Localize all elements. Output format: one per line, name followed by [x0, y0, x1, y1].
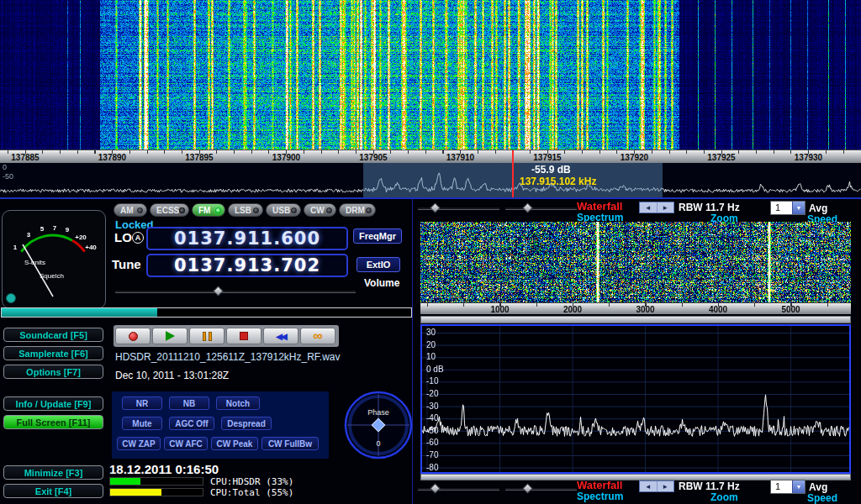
mode-label: USB: [272, 206, 290, 215]
play-icon: [166, 331, 175, 341]
audio-zoom-scrollbar[interactable]: [420, 316, 851, 323]
mode-led-icon: [179, 207, 185, 213]
smeter-tick: 7: [53, 224, 57, 232]
spectrum2-toggle-label[interactable]: Spectrum: [577, 491, 623, 502]
phase-value: 0: [376, 439, 380, 448]
fullscreen-button[interactable]: Full Screen [F11]: [3, 415, 103, 429]
waterfall2-contrast-slider-thumb[interactable]: [522, 483, 533, 494]
options-button[interactable]: Options [F7]: [3, 365, 103, 379]
spin-left-icon[interactable]: ◄: [640, 202, 658, 213]
waterfall-toggle-label[interactable]: Waterfall: [577, 200, 622, 213]
samplerate-button[interactable]: Samplerate [F6]: [3, 346, 103, 360]
zoom-spinner[interactable]: ◄ ►: [639, 202, 674, 213]
waterfall2-toggle-label[interactable]: Waterfall: [577, 479, 622, 491]
freq-tick-label: 137900: [272, 153, 300, 162]
record-button[interactable]: [115, 328, 151, 344]
rf-spectrum-display[interactable]: 0 -50 -55.9 dB 137.915.102 kHz: [0, 163, 861, 197]
spin-right-icon[interactable]: ►: [658, 481, 674, 491]
mode-usb-button[interactable]: USB: [266, 203, 301, 217]
smeter-units-label: S-units: [24, 259, 45, 266]
avg-dropdown[interactable]: 1 ▼: [770, 201, 806, 215]
loop-button[interactable]: ∞: [300, 328, 335, 344]
minimize-button[interactable]: Minimize [F3]: [3, 465, 103, 480]
mode-fm-button[interactable]: FM: [192, 203, 225, 217]
audio-db-label: -30: [426, 402, 438, 411]
avg2-dropdown[interactable]: 1 ▼: [770, 480, 806, 494]
despread-button[interactable]: Despread: [221, 417, 272, 430]
smeter-tick: 3: [27, 231, 31, 239]
spin-right-icon[interactable]: ►: [658, 202, 674, 213]
mode-label: ECSS: [156, 206, 179, 215]
extio-button[interactable]: ExtIO: [357, 257, 400, 272]
audio-spectrum-display[interactable]: 30 20 10 0 dB -10 -20 -30 -40 -50 -60 -7…: [420, 324, 851, 474]
cpu-hdsdr-label: CPU:HDSDR (33%): [210, 476, 293, 487]
dropdown-arrow-icon[interactable]: ▼: [792, 202, 805, 214]
smeter-needle: [23, 244, 53, 297]
waterfall2-brightness-slider-thumb[interactable]: [430, 483, 441, 494]
cpu-total-bar: [109, 488, 203, 496]
audio-spectrum-trace: [422, 326, 849, 472]
squelch-knob[interactable]: [7, 294, 16, 303]
media-toolbar: ◀◀ ∞: [114, 325, 339, 347]
cw-zap-button[interactable]: CW ZAP: [117, 437, 161, 450]
stop-icon: [240, 332, 248, 340]
waterfall-brightness-slider-thumb[interactable]: [430, 202, 441, 213]
play-button[interactable]: [152, 328, 188, 344]
rf-waterfall-display[interactable]: [0, 0, 861, 150]
rf-frequency-scale[interactable]: 137885 137890 137895 137900 137905 13791…: [0, 150, 861, 163]
notch-button[interactable]: Notch: [216, 396, 260, 410]
dropdown-arrow-icon[interactable]: ▼: [792, 480, 805, 493]
audio-db-label: 0 dB: [426, 365, 444, 374]
mode-drm-button[interactable]: DRM: [339, 203, 376, 217]
rbw-readout: RBW 11.7 Hz: [679, 202, 740, 213]
squelch-label: Squelch: [40, 272, 64, 280]
agc-off-button[interactable]: AGC Off: [169, 417, 214, 430]
stop-button[interactable]: [226, 328, 261, 344]
mode-led-icon: [253, 207, 259, 213]
mode-am-button[interactable]: AM: [114, 203, 147, 217]
mode-lsb-button[interactable]: LSB: [228, 203, 263, 217]
lo-frequency-display[interactable]: 0137.911.600: [146, 227, 348, 250]
audio-tick-label: 2000: [563, 305, 582, 314]
audio-tick-label: 3000: [636, 305, 654, 314]
cw-peak-button[interactable]: CW Peak: [211, 437, 258, 450]
cursor-level-readout: -55.9 dB: [531, 164, 571, 176]
mode-label: FM: [198, 206, 210, 215]
rf-db-label: 0: [3, 163, 7, 171]
waterfall2-contrast-slider-track[interactable]: [505, 487, 577, 491]
soundcard-button[interactable]: Soundcard [F5]: [3, 328, 103, 342]
tune-frequency-display[interactable]: 0137.913.702: [146, 254, 348, 277]
mode-led-icon: [366, 207, 372, 213]
mute-button[interactable]: Mute: [122, 417, 162, 430]
waterfall-contrast-slider-thumb[interactable]: [522, 202, 533, 213]
smeter-tick: +40: [85, 244, 97, 251]
audio-waterfall-display[interactable]: [420, 222, 851, 302]
freqmgr-button[interactable]: FreqMgr: [353, 228, 402, 244]
zoom2-spinner[interactable]: ◄ ►: [639, 480, 674, 492]
nr-button[interactable]: NR: [122, 396, 162, 410]
cw-afc-button[interactable]: CW AFC: [164, 437, 208, 450]
audio-db-label: 20: [426, 340, 436, 349]
signal-level-bar[interactable]: [1, 307, 412, 318]
mode-ecss-button[interactable]: ECSS: [150, 203, 189, 217]
volume-slider-thumb[interactable]: [213, 286, 224, 297]
audio-tick-label: 1000: [490, 305, 509, 314]
clock-display: 18.12.2011 0:16:50: [109, 462, 219, 476]
waterfall-contrast-slider-track[interactable]: [505, 207, 577, 210]
info-update-button[interactable]: Info / Update [F9]: [3, 396, 103, 411]
nb-button[interactable]: NB: [169, 396, 209, 410]
rewind-icon: ◀◀: [276, 332, 285, 341]
pause-button[interactable]: [189, 328, 224, 344]
phase-dial[interactable]: Phase 0: [343, 390, 414, 460]
freq-tick-label: 137920: [621, 153, 648, 162]
cw-fullbw-button[interactable]: CW FullBw: [261, 437, 319, 450]
lo-lock-button[interactable]: A: [132, 232, 144, 244]
audio-frequency-scale[interactable]: 1000 2000 3000 4000 5000: [420, 302, 851, 314]
mode-led-icon: [215, 207, 221, 213]
mode-cw-button[interactable]: CW: [304, 203, 336, 217]
spin-left-icon[interactable]: ◄: [640, 481, 658, 491]
exit-button[interactable]: Exit [F4]: [3, 484, 103, 498]
loop-icon: ∞: [313, 329, 322, 343]
rewind-button[interactable]: ◀◀: [263, 328, 298, 344]
volume-slider-track[interactable]: [115, 290, 356, 293]
